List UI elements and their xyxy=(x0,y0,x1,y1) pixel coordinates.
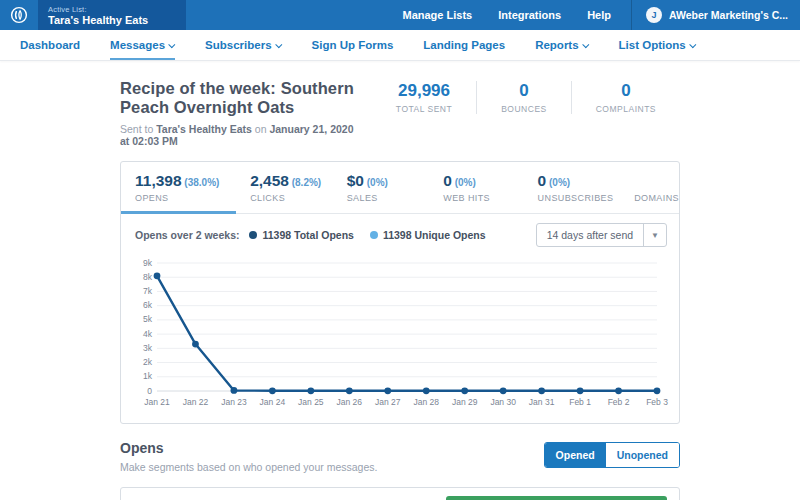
data-point[interactable] xyxy=(654,387,661,394)
toggle-unopened[interactable]: Unopened xyxy=(606,443,679,467)
legend-label: 11398 Unique Opens xyxy=(383,229,486,241)
topbar-link-help[interactable]: Help xyxy=(587,9,611,21)
active-list-name: Tara's Healthy Eats xyxy=(48,14,174,26)
y-axis-tick-label: 4k xyxy=(143,329,153,339)
sent-line: Sent to Tara's Healthy Eats on January 2… xyxy=(120,123,362,147)
chevron-down-icon xyxy=(689,41,696,48)
tab-percent: (0%) xyxy=(452,177,476,188)
tab-percent: (8.2%) xyxy=(289,177,321,188)
stat-label: TOTAL SENT xyxy=(396,104,452,114)
header-stat-complaints: 0COMPLAINTS xyxy=(572,81,680,114)
aweber-logo-icon[interactable] xyxy=(0,0,38,30)
account-name: AWeber Marketing's C... xyxy=(669,9,788,21)
aweber-logo-icon xyxy=(10,6,28,24)
tab-value: $0 (0%) xyxy=(347,172,430,190)
tab-value: 2,458 (8.2%) xyxy=(250,172,333,190)
data-point[interactable] xyxy=(307,387,314,394)
nav-item-list-options[interactable]: List Options xyxy=(619,30,696,60)
nav-item-dashboard[interactable]: Dashboard xyxy=(20,30,80,60)
account-menu[interactable]: J AWeber Marketing's C... xyxy=(631,0,800,30)
segment-banner: 11,398 people opened this message Create… xyxy=(120,487,680,500)
y-axis-tick-label: 2k xyxy=(143,357,153,367)
tab-percent: (0%) xyxy=(546,177,570,188)
x-axis-tick-label: Feb 1 xyxy=(569,397,591,407)
data-point[interactable] xyxy=(269,387,276,394)
x-axis-tick-label: Jan 25 xyxy=(298,397,324,407)
chevron-down-icon xyxy=(168,41,175,48)
data-point[interactable] xyxy=(192,341,199,348)
opens-section-header: Opens Make segments based on who opened … xyxy=(120,440,680,473)
data-point[interactable] xyxy=(500,387,507,394)
data-point[interactable] xyxy=(384,387,391,394)
x-axis-tick-label: Jan 31 xyxy=(529,397,555,407)
nav-item-subscribers[interactable]: Subscribers xyxy=(205,30,281,60)
nav-item-landing-pages[interactable]: Landing Pages xyxy=(423,30,505,60)
topbar-link-manage-lists[interactable]: Manage Lists xyxy=(403,9,473,21)
topbar-links: Manage ListsIntegrationsHelp xyxy=(403,0,631,30)
nav-item-messages[interactable]: Messages xyxy=(110,30,175,60)
tab-opens[interactable]: 11,398 (38.0%)OPENS xyxy=(121,162,236,214)
legend-label: 11398 Total Opens xyxy=(262,229,353,241)
stat-label: BOUNCES xyxy=(501,104,547,114)
nav-item-reports[interactable]: Reports xyxy=(535,30,588,60)
y-axis-tick-label: 7k xyxy=(143,286,153,296)
page-title: Recipe of the week: Southern Peach Overn… xyxy=(120,79,362,117)
x-axis-tick-label: Jan 24 xyxy=(260,397,286,407)
opens-heading: Opens xyxy=(120,440,544,456)
stat-value: 29,996 xyxy=(396,81,452,101)
topbar: Active List: Tara's Healthy Eats Manage … xyxy=(0,0,800,30)
toggle-opened[interactable]: Opened xyxy=(545,443,606,467)
sent-on: on xyxy=(255,123,267,135)
range-dropdown-value: 14 days after send xyxy=(537,224,643,246)
tab-domains[interactable]: DOMAINS xyxy=(620,162,679,214)
tab-label: UNSUBSCRIBES xyxy=(538,193,621,203)
tab-value: 0 (0%) xyxy=(443,172,523,190)
stats-card: 11,398 (38.0%)OPENS2,458 (8.2%)CLICKS$0 … xyxy=(120,161,680,424)
x-axis-tick-label: Jan 23 xyxy=(221,397,247,407)
chart-title: Opens over 2 weeks: xyxy=(135,229,239,241)
nav-item-label: Subscribers xyxy=(205,39,271,51)
topbar-spacer xyxy=(186,0,403,30)
tab-label: OPENS xyxy=(135,193,236,203)
tab-value: 11,398 (38.0%) xyxy=(135,172,236,190)
legend-dot xyxy=(370,231,378,239)
tab-sales[interactable]: $0 (0%)SALES xyxy=(333,162,430,214)
active-list-selector[interactable]: Active List: Tara's Healthy Eats xyxy=(38,0,186,30)
tab-label: SALES xyxy=(347,193,430,203)
opens-line-chart: 01k2k3k4k5k6k7k8k9kJan 21Jan 22Jan 23Jan… xyxy=(121,251,679,423)
chevron-down-icon xyxy=(582,41,589,48)
nav-item-label: List Options xyxy=(619,39,686,51)
data-point[interactable] xyxy=(538,387,545,394)
y-axis-tick-label: 9k xyxy=(143,258,153,268)
data-point[interactable] xyxy=(346,387,353,394)
data-point[interactable] xyxy=(154,272,161,279)
nav-item-sign-up-forms[interactable]: Sign Up Forms xyxy=(312,30,394,60)
tab-web-hits[interactable]: 0 (0%)WEB HITS xyxy=(429,162,523,214)
opened-unopened-toggle: OpenedUnopened xyxy=(544,442,680,468)
main-nav: DashboardMessagesSubscribersSign Up Form… xyxy=(0,30,800,61)
create-segment-button[interactable]: Create a Segment of these Subscribers xyxy=(446,496,668,500)
chevron-down-icon[interactable]: ▼ xyxy=(643,224,666,246)
legend-item-11398-unique-opens: 11398 Unique Opens xyxy=(370,229,486,241)
topbar-link-integrations[interactable]: Integrations xyxy=(498,9,561,21)
data-point[interactable] xyxy=(615,387,622,394)
opens-title-block: Opens Make segments based on who opened … xyxy=(120,440,544,473)
data-point[interactable] xyxy=(461,387,468,394)
stat-label: COMPLAINTS xyxy=(596,104,656,114)
y-axis-tick-label: 6k xyxy=(143,300,153,310)
data-point[interactable] xyxy=(577,387,584,394)
y-axis-tick-label: 0 xyxy=(147,386,152,396)
data-point[interactable] xyxy=(231,387,238,394)
tab-unsubscribes[interactable]: 0 (0%)UNSUBSCRIBES xyxy=(524,162,621,214)
stat-value: 0 xyxy=(596,81,656,101)
nav-item-label: Landing Pages xyxy=(423,39,505,51)
tab-clicks[interactable]: 2,458 (8.2%)CLICKS xyxy=(236,162,333,214)
header-stat-total-sent: 29,996TOTAL SENT xyxy=(372,81,476,114)
x-axis-tick-label: Jan 28 xyxy=(413,397,439,407)
x-axis-tick-label: Feb 2 xyxy=(608,397,630,407)
y-axis-tick-label: 3k xyxy=(143,343,153,353)
data-point[interactable] xyxy=(423,387,430,394)
line-chart-svg: 01k2k3k4k5k6k7k8k9kJan 21Jan 22Jan 23Jan… xyxy=(127,255,671,411)
range-dropdown[interactable]: 14 days after send ▼ xyxy=(536,223,667,247)
sent-list-name: Tara's Healthy Eats xyxy=(156,123,252,135)
